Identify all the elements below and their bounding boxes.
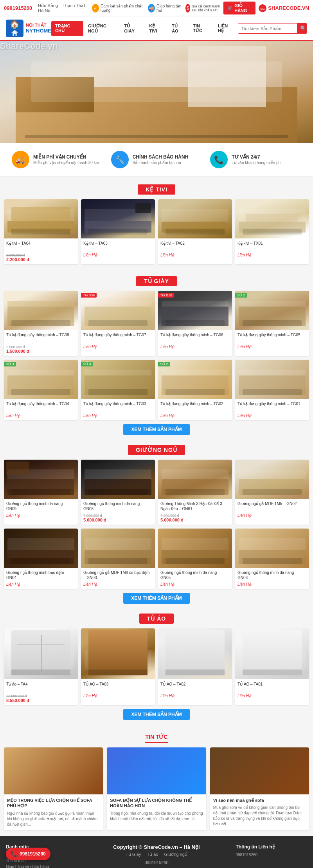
product-info-gn4: Giường ngủ gỗ MDF 1M5 – GN02 Liên Hệ [235, 499, 309, 520]
footer-contact-col: Thông tin Liên hệ 0981915260 [236, 844, 308, 868]
search-bar[interactable]: 🔍 [238, 23, 307, 34]
product-info-4: Kệ kivi – TX01 Liên Hệ [235, 238, 309, 260]
product-info-tg5: Tủ kệ đựng giày thông minh – TG04 Liên H… [4, 399, 78, 420]
product-tugiay-8[interactable]: Tủ kệ đựng giày thông minh – TG01 Liên H… [235, 360, 309, 420]
product-tugiay-4[interactable]: SỐ 2 Tủ kệ đựng giày thông minh – TG05 L… [235, 291, 309, 356]
product-price-gn6: Liên Hệ [83, 582, 153, 586]
footer-phone: 0981915260 [85, 860, 228, 865]
product-price-gn8: Liên Hệ [237, 582, 307, 586]
nav-lienhe[interactable]: LIÊN HỆ [214, 21, 237, 36]
news-grid: MẸO TRONG VIỆC LỰA CHỌN GHẾ SOFA PHÙ HỢP… [4, 747, 309, 830]
svg-text:SC: SC [261, 7, 265, 11]
product-price-gn7: Liên Hệ [160, 582, 230, 586]
nav-tugiay[interactable]: TỦ GIÀY [120, 21, 144, 36]
product-gn-3[interactable]: Giường Thông Minh 3 Hộc Đá Đổ 3 Ngăn Kéo… [158, 460, 232, 525]
hero-image: ShareCode.vn [0, 41, 313, 143]
product-tugiay-2[interactable]: TG 009 Tủ kệ đựng giày thông minh – TG07… [81, 291, 155, 356]
tuao-title: TỦ ÁO [4, 614, 309, 624]
logo-text: NỘI THẤT NYTHOME [26, 22, 51, 34]
product-price-tg4: Liên Hệ [237, 344, 307, 349]
product-tugiay-1[interactable]: Tủ kệ đựng giày thông minh – TG08 2.500.… [4, 291, 78, 356]
giuongngu-section: GIƯỜNG NGỦ Giường ngủ thông minh đa năng… [0, 443, 313, 612]
product-img-gn1 [4, 460, 78, 499]
product-price-ta2: Liên Hệ [83, 693, 153, 698]
product-ketivi-3[interactable]: Kệ tivi – TA02 Liên Hệ [158, 199, 232, 264]
product-tugiay-6[interactable]: SỐ 3 Tủ kệ đựng giày thông minh – TG03 L… [81, 360, 155, 420]
giao-hang-info: 🚚 Giao hàng tận nơi [148, 4, 183, 13]
footer-link-tuao[interactable]: Tủ áo [147, 852, 158, 857]
product-gn-4[interactable]: Giường ngủ gỗ MDF 1M5 – GN02 Liên Hệ [235, 460, 309, 525]
navbar: NỘI THẤT NYTHOME TRANG CHỦ GIƯỜNG NGỦ TỦ… [0, 16, 313, 41]
product-info-gn6: Giường ngủ gỗ MDF 1M8 có bọc đệm – GN03 … [81, 568, 155, 589]
product-info-tg8: Tủ kệ đựng giày thông minh – TG01 Liên H… [235, 399, 309, 420]
product-img-tg1 [4, 291, 78, 330]
nav-trangchu[interactable]: TRANG CHỦ [51, 21, 83, 36]
ketivi-title: KỆ TIVI [4, 184, 309, 195]
search-button[interactable]: 🔍 [297, 23, 307, 33]
news-img-1 [4, 747, 103, 794]
news-section: TIN TỨC MẸO TRONG VIỆC LỰA CHỌN GHẾ SOFA… [0, 728, 313, 836]
sharecode-logo: SC SHARECODE.VN [259, 4, 309, 12]
product-tugiay-5[interactable]: SỐ 3 Tủ kệ đựng giày thông minh – TG04 L… [4, 360, 78, 420]
product-ketivi-2[interactable]: Kệ tivi – TA03 Liên Hệ [81, 199, 155, 264]
product-price-tg5: Liên Hệ [6, 413, 76, 418]
product-info-tg3: Tủ kệ đựng giày thông minh – TG06 Liên H… [158, 330, 232, 351]
product-img-tg4: SỐ 2 [235, 291, 309, 330]
tuao-view-more[interactable]: XEM THÊM SẢN PHẨM [123, 709, 189, 720]
nav-tintuc[interactable]: TIN TỨC [189, 21, 213, 36]
product-gn-5[interactable]: Giường ngủ thông minh bọc đệm – GN04 Liê… [4, 529, 78, 589]
product-gn-6[interactable]: Giường ngủ gỗ MDF 1M8 có bọc đệm – GN03 … [81, 529, 155, 589]
footer-link-giuongngu-2[interactable]: Giường ngủ [164, 852, 187, 857]
product-ta-4[interactable]: TỦ ÁO – TA01 Liên Hệ [235, 628, 309, 705]
cam-ket-icon: ✓ [92, 4, 99, 13]
features-bar: 🚚 MIỄN PHÍ VẬN CHUYỂN Miễn phí vận chuyể… [0, 143, 313, 177]
product-gn-8[interactable]: Giường ngủ thông minh đa năng – GN06 Liê… [235, 529, 309, 589]
news-card-1[interactable]: MẸO TRONG VIỆC LỰA CHỌN GHẾ SOFA PHÙ HỢP… [4, 747, 103, 830]
footer-contact-phone[interactable]: 0981915260 [236, 853, 308, 857]
search-input[interactable] [238, 23, 297, 33]
float-call-button[interactable]: 0981915260 [6, 848, 50, 860]
product-info-tg4: Tủ kệ đựng giày thông minh – TG05 Liên H… [235, 330, 309, 351]
giuongngu-view-more[interactable]: XEM THÊM SẢN PHẨM [123, 593, 189, 604]
product-tugiay-7[interactable]: SỐ 2 Tủ kệ đựng giày thông minh – TG02 L… [158, 360, 232, 420]
tugiay-section: TỦ GIÀY Tủ kệ đựng giày thông minh – TG0… [0, 274, 313, 443]
product-tugiay-3[interactable]: TG B18 Tủ kệ đựng giày thông minh – TG06… [158, 291, 232, 356]
product-price-gn1: Liên Hệ [6, 513, 76, 518]
product-ta-3[interactable]: TỦ ÁO – TA02 Liên Hệ [158, 628, 232, 705]
footer-link-tugiay[interactable]: Tủ Giày [126, 852, 141, 857]
product-price-tg1: 2.500.000 đ 1.500.000 đ [6, 344, 76, 354]
product-gn-1[interactable]: Giường ngủ thông minh đa năng – GN09 Liê… [4, 460, 78, 525]
cart-button[interactable]: 🛒 GIỎ HÀNG [223, 2, 255, 14]
feature-text-1: MIỄN PHÍ VẬN CHUYỂN Miễn phí vận chuyển … [33, 154, 99, 165]
news-card-3[interactable]: Vì sao nên mua ghế sofa Mua ghế sofa về … [210, 747, 309, 830]
nav-ketivi[interactable]: KỆ TIVI [145, 21, 167, 36]
product-ketivi-4[interactable]: Kệ kivi – TX01 Liên Hệ [235, 199, 309, 264]
product-ketivi-1[interactable]: Kệ tivi – TA04 2.500.000 đ 2.200.000 đ [4, 199, 78, 264]
news-card-2[interactable]: SOFA ĐƠN SỰ LỰA CHỌN KHÔNG THỂ HOÀN HẢO … [107, 747, 206, 830]
product-gn-7[interactable]: Giường ngủ thông minh đa năng – GN05 Liê… [158, 529, 232, 589]
product-info-tg2: Tủ kệ đựng giày thông minh – TG07 Liên H… [81, 330, 155, 351]
nav-links: TRANG CHỦ GIƯỜNG NGỦ TỦ GIÀY KỆ TIVI TỦ … [51, 21, 238, 36]
feature-text-2: CHÍNH SÁCH BẢO HÀNH Bảo hành sản phẩm tạ… [133, 154, 189, 165]
product-img-gn6 [81, 529, 155, 568]
product-price-4: Liên Hệ [237, 253, 307, 257]
tugiay-view-more[interactable]: XEM THÊM SẢN PHẨM [123, 424, 189, 435]
hero-watermark: ShareCode.vn [0, 41, 58, 51]
product-img-tg8 [235, 360, 309, 399]
product-tag-tg7: SỐ 2 [158, 362, 170, 366]
product-ta-2[interactable]: TỦ ÁO – TA03 Liên Hệ [81, 628, 155, 705]
product-info-tg6: Tủ kệ đựng giày thông minh – TG03 Liên H… [81, 399, 155, 420]
product-price-tg6: Liên Hệ [83, 413, 153, 418]
giuongngu-grid-2: Giường ngủ thông minh bọc đệm – GN04 Liê… [4, 529, 309, 589]
footer-link-giaohang[interactable]: Giao hàng và nhận hàng [6, 864, 77, 868]
phone-number[interactable]: 0981915260 [4, 5, 32, 11]
tugiay-grid-1: Tủ kệ đựng giày thông minh – TG08 2.500.… [4, 291, 309, 356]
nav-giuongngu[interactable]: GIƯỜNG NGỦ [84, 21, 119, 36]
top-bar: 0981915260 Hữu Bằng – Thạch Thất – Hà Nộ… [0, 0, 313, 16]
tugiay-grid-2: SỐ 3 Tủ kệ đựng giày thông minh – TG04 L… [4, 360, 309, 420]
product-gn-2[interactable]: Giường ngủ thông minh đa năng – GN08 7.0… [81, 460, 155, 525]
product-img-ta2 [81, 628, 155, 679]
product-ta-1[interactable]: Tủ áo – TA4 13.000.000 đ 8.550.000 đ [4, 628, 78, 705]
nav-tuao[interactable]: TỦ ÁO [168, 21, 188, 36]
product-img-tg3: TG B18 [158, 291, 232, 330]
